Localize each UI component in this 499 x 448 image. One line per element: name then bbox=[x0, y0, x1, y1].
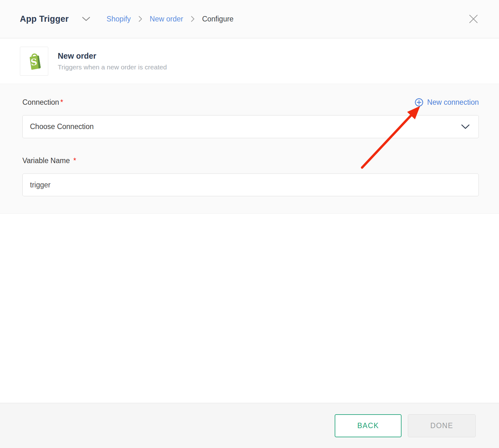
trigger-info: S New order Triggers when a new order is… bbox=[0, 38, 499, 84]
chevron-right-icon bbox=[191, 16, 195, 22]
trigger-description: Triggers when a new order is created bbox=[58, 63, 167, 71]
page-title: App Trigger bbox=[20, 14, 69, 24]
required-asterisk: * bbox=[73, 156, 76, 165]
breadcrumb-configure: Configure bbox=[202, 15, 234, 23]
connection-select-value: Choose Connection bbox=[30, 122, 94, 131]
chevron-down-icon[interactable] bbox=[82, 16, 90, 21]
connection-label: Connection* bbox=[22, 98, 63, 107]
variable-name-label: Variable Name* bbox=[22, 156, 76, 165]
new-connection-label: New connection bbox=[427, 98, 479, 107]
chevron-down-icon bbox=[461, 124, 470, 130]
configure-form: Connection* New connection Choose Connec… bbox=[0, 84, 499, 214]
required-asterisk: * bbox=[60, 98, 63, 107]
modal-footer: BACK DONE bbox=[0, 403, 499, 448]
trigger-title: New order bbox=[58, 51, 167, 61]
connection-select[interactable]: Choose Connection bbox=[22, 115, 479, 138]
breadcrumb-shopify[interactable]: Shopify bbox=[107, 15, 131, 23]
back-button[interactable]: BACK bbox=[335, 414, 402, 437]
app-trigger-modal: App Trigger Shopify New order Configure bbox=[0, 0, 499, 448]
shopify-icon: S bbox=[24, 51, 44, 71]
breadcrumb: Shopify New order Configure bbox=[107, 15, 234, 23]
chevron-right-icon bbox=[138, 16, 142, 22]
variable-name-input[interactable] bbox=[30, 181, 471, 189]
plus-circle-icon bbox=[415, 98, 423, 107]
done-button[interactable]: DONE bbox=[408, 414, 476, 437]
close-icon[interactable] bbox=[466, 12, 481, 26]
breadcrumb-new-order[interactable]: New order bbox=[150, 15, 183, 23]
variable-name-field bbox=[22, 174, 479, 196]
svg-text:S: S bbox=[30, 56, 38, 68]
content-spacer bbox=[0, 214, 499, 403]
modal-header: App Trigger Shopify New order Configure bbox=[0, 0, 499, 38]
app-icon-box: S bbox=[20, 47, 48, 76]
new-connection-link[interactable]: New connection bbox=[415, 98, 479, 107]
